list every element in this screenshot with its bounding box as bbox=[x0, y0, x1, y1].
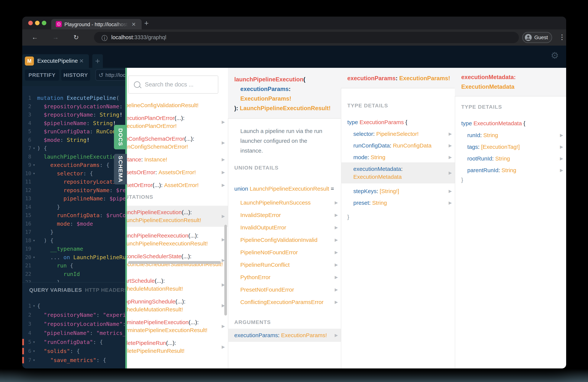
profile-chip[interactable]: Guest bbox=[522, 32, 552, 43]
column-horizontal-scrollbar[interactable] bbox=[128, 261, 221, 264]
reload-icon[interactable]: ↻ bbox=[73, 34, 79, 41]
doc-item[interactable]: assetOrError(...): AssetOrError!▶ bbox=[127, 181, 228, 189]
expand-arrow-icon[interactable]: ▶ bbox=[222, 156, 225, 164]
query-code-area[interactable]: 1mutation ExecutePipeline(2 $repositoryL… bbox=[22, 86, 125, 282]
doc-item[interactable]: terminatePipelineExecution(...):Terminat… bbox=[127, 318, 228, 334]
doc-item[interactable]: runConfigSchemaOrError(...):RunConfigSch… bbox=[127, 135, 228, 151]
tab-close-icon[interactable]: ✕ bbox=[131, 21, 136, 27]
fold-caret-icon[interactable]: ▾ bbox=[33, 253, 35, 262]
expand-arrow-icon[interactable]: ▶ bbox=[449, 130, 452, 138]
doc-item[interactable]: instance: Instance!▶ bbox=[127, 156, 228, 164]
type-field[interactable]: runConfigData: RunConfigData▶ bbox=[341, 142, 455, 149]
fold-caret-icon[interactable]: ▾ bbox=[33, 169, 35, 178]
browser-menu-icon[interactable]: ⋮ bbox=[559, 33, 566, 41]
expand-arrow-icon[interactable]: ▶ bbox=[560, 143, 563, 151]
type-field[interactable]: executionMetadata:ExecutionMetadata▶ bbox=[341, 162, 455, 184]
new-tab-button[interactable]: + bbox=[144, 19, 148, 27]
close-window-button[interactable] bbox=[28, 21, 33, 25]
column-vertical-scrollbar[interactable] bbox=[224, 225, 227, 316]
doc-item[interactable]: executionPlanOrError(...):ExecutionPlanO… bbox=[127, 114, 228, 130]
type-field[interactable]: rootRunId: String▶ bbox=[455, 155, 566, 163]
type-field[interactable]: parentRunId: String▶ bbox=[455, 166, 566, 174]
history-button[interactable]: HISTORY bbox=[61, 69, 90, 81]
new-session-button[interactable]: + bbox=[92, 54, 103, 68]
expand-arrow-icon[interactable]: ▶ bbox=[222, 343, 225, 351]
doc-item[interactable]: startSchedule(...):ScheduleMutationResul… bbox=[127, 277, 228, 293]
expand-arrow-icon[interactable]: ▶ bbox=[335, 211, 338, 219]
union-member[interactable]: LaunchPipelineRunSuccess▶ bbox=[240, 199, 341, 207]
expand-arrow-icon[interactable]: ▶ bbox=[222, 181, 225, 189]
doc-item[interactable]: launchPipelineReexecution(...):LaunchPip… bbox=[127, 232, 228, 248]
expand-arrow-icon[interactable]: ▶ bbox=[335, 286, 338, 294]
union-member[interactable]: InvalidStepError▶ bbox=[240, 211, 341, 219]
expand-arrow-icon[interactable]: ▶ bbox=[222, 169, 225, 176]
doc-item[interactable]: PipelineConfigValidationResult! bbox=[127, 101, 228, 109]
expand-arrow-icon[interactable]: ▶ bbox=[335, 236, 338, 244]
expand-arrow-icon[interactable]: ▶ bbox=[449, 169, 452, 177]
expand-arrow-icon[interactable]: ▶ bbox=[335, 298, 338, 306]
endpoint-input[interactable]: ↺ http://loc bbox=[96, 69, 125, 81]
query-editor-panel[interactable]: PRETTIFY HISTORY ↺ http://loc 1mutation … bbox=[22, 68, 125, 368]
expand-arrow-icon[interactable]: ▶ bbox=[449, 199, 452, 207]
session-tab[interactable]: M ExecutePipeline ✕ bbox=[22, 54, 89, 68]
fold-caret-icon[interactable]: ▾ bbox=[33, 236, 35, 245]
fold-caret-icon[interactable]: ▾ bbox=[33, 338, 35, 347]
expand-arrow-icon[interactable]: ▶ bbox=[222, 118, 225, 126]
expand-arrow-icon[interactable]: ▶ bbox=[560, 166, 563, 174]
type-field[interactable]: stepKeys: [String!]▶ bbox=[341, 187, 455, 195]
docs-search-input[interactable]: Search the docs ... bbox=[128, 76, 218, 94]
expand-arrow-icon[interactable]: ▶ bbox=[449, 142, 452, 149]
fold-caret-icon[interactable]: ▾ bbox=[33, 161, 35, 169]
doc-item[interactable]: deletePipelineRun(...):DeletePipelineRun… bbox=[127, 339, 228, 355]
union-member[interactable]: PythonError▶ bbox=[240, 273, 341, 281]
back-icon[interactable]: ← bbox=[32, 34, 38, 41]
fold-caret-icon[interactable]: ▾ bbox=[33, 356, 35, 365]
doc-item[interactable]: assetsOrError: AssetsOrError!▶ bbox=[127, 169, 228, 176]
zoom-window-button[interactable] bbox=[42, 21, 46, 25]
query-variables-panel[interactable]: QUERY VARIABLES HTTP HEADERS 1▾{2 "repos… bbox=[22, 282, 125, 368]
doc-item[interactable]: launchPipelineExecution(...):LaunchPipel… bbox=[127, 206, 228, 227]
expand-arrow-icon[interactable]: ▶ bbox=[449, 153, 452, 161]
forward-icon[interactable]: → bbox=[52, 34, 59, 41]
expand-arrow-icon[interactable]: ▶ bbox=[222, 322, 225, 330]
argument-row[interactable]: executionParams: ExecutionParams!▶ bbox=[228, 329, 341, 342]
expand-arrow-icon[interactable]: ▶ bbox=[335, 261, 338, 269]
type-field[interactable]: mode: String▶ bbox=[341, 153, 455, 161]
expand-arrow-icon[interactable]: ▶ bbox=[222, 212, 225, 220]
union-member[interactable]: InvalidOutputError▶ bbox=[240, 224, 341, 232]
settings-gear-icon[interactable]: ⚙ bbox=[551, 50, 559, 61]
session-close-icon[interactable]: ✕ bbox=[79, 58, 84, 64]
expand-arrow-icon[interactable]: ▶ bbox=[335, 224, 338, 232]
tab-query-variables[interactable]: QUERY VARIABLES bbox=[29, 287, 82, 293]
endpoint-reload-icon[interactable]: ↺ bbox=[99, 72, 104, 79]
union-member[interactable]: PresetNotFoundError▶ bbox=[240, 286, 341, 294]
schema-side-tab[interactable]: SCHEMA bbox=[114, 154, 127, 184]
fold-caret-icon[interactable]: ▾ bbox=[33, 144, 35, 152]
expand-arrow-icon[interactable]: ▶ bbox=[335, 273, 338, 281]
fold-caret-icon[interactable]: ▾ bbox=[33, 347, 35, 356]
expand-arrow-icon[interactable]: ▶ bbox=[560, 131, 563, 139]
doc-item[interactable]: reconcileSchedulerState(...):ReconcileSc… bbox=[127, 253, 228, 268]
type-field[interactable]: selector: PipelineSelector!▶ bbox=[341, 130, 455, 138]
tab-http-headers[interactable]: HTTP HEADERS bbox=[85, 287, 125, 293]
prettify-button[interactable]: PRETTIFY bbox=[25, 69, 59, 81]
address-bar[interactable]: ⓘ localhost:3333/graphql bbox=[94, 32, 519, 43]
doc-item[interactable]: stopRunningSchedule(...):ScheduleMutatio… bbox=[127, 297, 228, 314]
union-member[interactable]: PipelineNotFoundError▶ bbox=[240, 249, 341, 256]
fold-caret-icon[interactable]: ▾ bbox=[33, 301, 35, 310]
browser-tab[interactable]: Playground - http://localhost:3 ✕ bbox=[51, 19, 142, 29]
docs-panel-edge[interactable] bbox=[125, 68, 127, 368]
expand-arrow-icon[interactable]: ▶ bbox=[335, 249, 338, 256]
union-member[interactable]: PipelineRunConflict▶ bbox=[240, 261, 341, 269]
type-field[interactable]: preset: String▶ bbox=[341, 199, 455, 207]
expand-arrow-icon[interactable]: ▶ bbox=[449, 187, 452, 195]
expand-arrow-icon[interactable]: ▶ bbox=[335, 329, 338, 342]
union-member[interactable]: PipelineConfigValidationInvalid▶ bbox=[240, 236, 341, 244]
expand-arrow-icon[interactable]: ▶ bbox=[222, 139, 225, 147]
site-info-icon[interactable]: ⓘ bbox=[102, 34, 107, 42]
union-member[interactable]: ConflictingExecutionParamsError▶ bbox=[240, 298, 341, 306]
expand-arrow-icon[interactable]: ▶ bbox=[560, 155, 563, 163]
docs-side-tab[interactable]: DOCS bbox=[114, 125, 127, 149]
expand-arrow-icon[interactable]: ▶ bbox=[335, 199, 338, 207]
minimize-window-button[interactable] bbox=[35, 21, 40, 25]
